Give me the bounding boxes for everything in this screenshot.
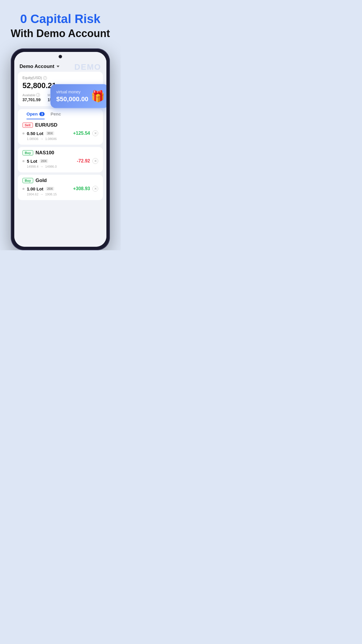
symbol-gold: Gold <box>36 178 47 183</box>
demo-watermark: DEMO <box>74 62 101 72</box>
dot-icon <box>22 132 24 134</box>
hero-headline: 0 Capital Risk <box>11 12 110 26</box>
hero-subtitle: With Demo Account <box>11 27 110 40</box>
prices-eurusd: 1.08936 → 1.08686 <box>27 137 98 141</box>
trades-list: Sell EUR/USD 0.50 Lot 30X +125.54 ✕ <box>18 119 103 202</box>
lot-eurusd: 0.50 Lot <box>27 131 43 136</box>
trade-header-gold: Buy Gold <box>22 178 98 183</box>
phone-screen: Demo Account DEMO Equity(USD) i 52,800.2… <box>14 52 106 247</box>
available-info-icon[interactable]: i <box>36 93 40 97</box>
dot-icon <box>22 160 24 162</box>
pnl-eurusd: +125.54 <box>73 131 90 136</box>
front-camera <box>59 55 62 58</box>
trade-row-nas100: 5 Lot 20X -72.92 ✕ <box>22 158 98 164</box>
tabs-container: Open 3 Penc <box>18 109 103 119</box>
leverage-gold: 20X <box>46 187 55 191</box>
pnl-gold: +308.93 <box>73 186 90 191</box>
app-content: Demo Account DEMO Equity(USD) i 52,800.2… <box>14 60 106 247</box>
open-badge: 3 <box>39 112 45 116</box>
tabs-bar: Open 3 Penc <box>21 109 99 119</box>
account-name: Demo Account <box>20 64 54 69</box>
trade-row-gold: 1.00 Lot 20X +308.93 ✕ <box>22 186 98 192</box>
trade-card-nas100: Buy NAS100 5 Lot 20X -72.92 ✕ <box>18 147 103 172</box>
symbol-nas100: NAS100 <box>36 150 54 156</box>
close-button-nas100[interactable]: ✕ <box>92 158 98 164</box>
buy-badge-gold: Buy <box>22 178 33 183</box>
equity-card: Equity(USD) i 52,800.21 +360.55 Availabl… <box>18 72 103 106</box>
hero-title-part1: Capital Risk <box>30 12 100 26</box>
trade-card-eurusd: Sell EUR/USD 0.50 Lot 30X +125.54 ✕ <box>18 119 103 145</box>
lot-gold: 1.00 Lot <box>27 186 43 191</box>
leverage-nas100: 20X <box>40 159 48 163</box>
equity-label: Equity(USD) i <box>22 76 98 80</box>
symbol-eurusd: EUR/USD <box>35 122 58 128</box>
close-button-gold[interactable]: ✕ <box>92 186 98 192</box>
phone-shell: Demo Account DEMO Equity(USD) i 52,800.2… <box>11 48 110 250</box>
prices-gold: 1904.62 → 1908.15 <box>27 192 98 196</box>
trade-row-eurusd: 0.50 Lot 30X +125.54 ✕ <box>22 130 98 136</box>
chevron-down-icon <box>57 66 59 67</box>
gift-icon: 🎁 <box>91 90 105 103</box>
leverage-eurusd: 30X <box>46 131 55 135</box>
hero-section: 0 Capital Risk With Demo Account <box>5 12 116 40</box>
trade-card-gold: Buy Gold 1.00 Lot 20X +308.93 ✕ <box>18 175 103 200</box>
available-section: Available i 37,701.59 <box>22 93 41 102</box>
prices-nas100: 14998.4 → 14986.0 <box>27 165 98 168</box>
hero-zero: 0 <box>20 12 27 26</box>
dot-icon <box>22 188 24 190</box>
account-selector[interactable]: Demo Account <box>20 64 59 69</box>
available-value: 37,701.59 <box>22 97 41 102</box>
equity-info-icon[interactable]: i <box>43 76 47 80</box>
virtual-money-card: virtual money $50,000.00 🎁 <box>50 84 106 108</box>
buy-badge-nas100: Buy <box>22 150 33 155</box>
lot-nas100: 5 Lot <box>27 159 37 164</box>
close-button-eurusd[interactable]: ✕ <box>92 130 98 136</box>
pnl-nas100: -72.92 <box>77 158 90 164</box>
trade-header-eurusd: Sell EUR/USD <box>22 122 98 128</box>
app-header: Demo Account DEMO <box>14 60 106 72</box>
tab-pending[interactable]: Penc <box>50 111 61 119</box>
tab-open[interactable]: Open 3 <box>27 111 45 119</box>
phone-notch <box>14 52 106 60</box>
trade-header-nas100: Buy NAS100 <box>22 150 98 156</box>
sell-badge-eurusd: Sell <box>22 123 33 128</box>
